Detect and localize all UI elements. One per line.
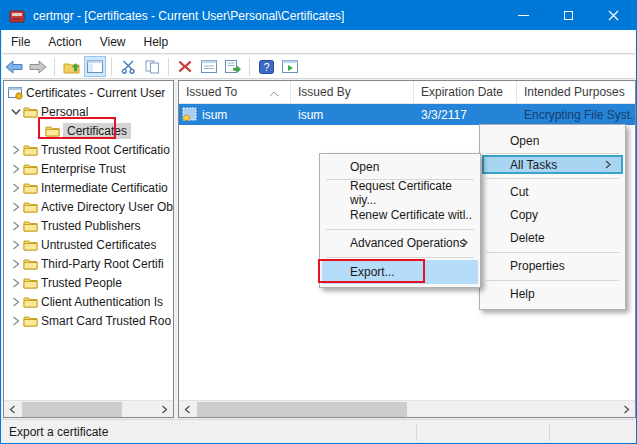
close-button[interactable] (591, 1, 636, 30)
tree-item-label[interactable]: Smart Card Trusted Roo (41, 314, 171, 328)
window-title: certmgr - [Certificates - Current User\P… (33, 9, 344, 23)
scrollbar-thumb[interactable] (22, 402, 122, 417)
copy-icon (145, 60, 160, 74)
tree-item-trusted-root[interactable]: Trusted Root Certificatio (4, 140, 173, 159)
chevron-right-icon[interactable] (9, 297, 23, 307)
certificate-row-isum[interactable]: isum isum 3/3/2117 Encrypting File Syst.… (179, 104, 635, 125)
chevron-right-icon[interactable] (9, 240, 23, 250)
menu-action[interactable]: Action (39, 30, 90, 54)
forward-button[interactable] (27, 56, 49, 77)
folder-icon (23, 106, 41, 118)
minimize-button[interactable] (501, 1, 546, 30)
menu-view[interactable]: View (91, 30, 135, 54)
up-one-level-button[interactable] (60, 56, 82, 77)
back-icon (5, 60, 23, 74)
menu-help[interactable]: Help (135, 30, 178, 54)
show-console-tree-button[interactable] (84, 56, 106, 77)
folder-icon (23, 163, 41, 175)
chevron-right-icon[interactable] (9, 278, 23, 288)
chevron-right-icon[interactable] (9, 316, 23, 326)
submenu-item-open[interactable]: Open (322, 156, 478, 177)
context-menu-item-delete[interactable]: Delete (482, 227, 623, 249)
scrollbar-thumb[interactable] (197, 402, 407, 417)
list-horizontal-scrollbar[interactable] (179, 400, 635, 417)
folder-icon (23, 220, 41, 232)
chevron-right-icon[interactable] (9, 202, 23, 212)
titlebar[interactable]: certmgr - [Certificates - Current User\P… (1, 1, 636, 30)
tree-item-label[interactable]: Trusted People (41, 276, 122, 290)
folder-icon (23, 182, 41, 194)
tree-item-label[interactable]: Intermediate Certificatio (41, 181, 168, 195)
cell-intended-purposes: Encrypting File Syst... (517, 108, 635, 122)
chevron-down-icon[interactable] (9, 108, 23, 116)
tree-item-enterprise-trust[interactable]: Enterprise Trust (4, 159, 173, 178)
certificates-store-icon (8, 86, 26, 100)
submenu-item-request-certificate[interactable]: Request Certificate wiy... (322, 182, 478, 204)
menu-separator (486, 252, 619, 253)
toolbar-separator (168, 58, 169, 76)
minimize-icon (518, 15, 529, 16)
chevron-right-icon[interactable] (9, 164, 23, 174)
tree-item-label[interactable]: Trusted Root Certificatio (41, 143, 170, 157)
cut-button[interactable] (117, 56, 139, 77)
up-one-level-icon (63, 60, 80, 74)
statusbar-divider (416, 424, 417, 441)
export-list-button[interactable] (222, 56, 244, 77)
tree-item-label[interactable]: Enterprise Trust (41, 162, 126, 176)
close-icon (608, 10, 619, 21)
forward-icon (29, 60, 47, 74)
tree-item-intermediate[interactable]: Intermediate Certificatio (4, 178, 173, 197)
tree-item-label[interactable]: Third-Party Root Certifi (41, 257, 164, 271)
show-action-pane-button[interactable] (279, 56, 301, 77)
tree-item-client-authentication[interactable]: Client Authentication Is (4, 292, 173, 311)
submenu-item-advanced-operations[interactable]: Advanced Operations (322, 232, 478, 254)
column-header-issued-to[interactable]: Issued To (179, 81, 291, 104)
scroll-left-icon[interactable] (179, 401, 196, 418)
back-button[interactable] (3, 56, 25, 77)
context-menu-item-cut[interactable]: Cut (482, 181, 623, 203)
cell-issued-to: isum (202, 108, 227, 122)
maximize-button[interactable] (546, 1, 591, 30)
context-menu-item-help[interactable]: Help (482, 283, 623, 305)
status-text: Export a certificate (9, 425, 108, 439)
tree-item-label[interactable]: Active Directory User Ob (41, 200, 173, 214)
copy-button[interactable] (141, 56, 163, 77)
chevron-right-icon[interactable] (9, 259, 23, 269)
delete-button[interactable] (174, 56, 196, 77)
chevron-right-icon[interactable] (9, 183, 23, 193)
tree-item-label[interactable]: Untrusted Certificates (41, 238, 156, 252)
toolbar-separator (249, 58, 250, 76)
chevron-right-icon[interactable] (9, 221, 23, 231)
tree-item-label[interactable]: Trusted Publishers (41, 219, 141, 233)
chevron-right-icon[interactable] (9, 145, 23, 155)
menubar: File Action View Help (2, 30, 635, 54)
tree-item-third-party[interactable]: Third-Party Root Certifi (4, 254, 173, 273)
scroll-right-icon[interactable] (156, 401, 173, 418)
tree-item-untrusted[interactable]: Untrusted Certificates (4, 235, 173, 254)
column-header-expiration-date[interactable]: Expiration Date (414, 81, 517, 104)
scroll-right-icon[interactable] (618, 401, 635, 418)
tree-item-smart-card[interactable]: Smart Card Trusted Roo (4, 311, 173, 330)
menu-file[interactable]: File (2, 30, 39, 54)
context-menu-item-copy[interactable]: Copy (482, 204, 623, 226)
context-menu-item-all-tasks[interactable]: All Tasks (482, 155, 623, 174)
tree-item-trusted-people[interactable]: Trusted People (4, 273, 173, 292)
submenu-item-renew-certificate[interactable]: Renew Certificate witl.. (322, 204, 478, 226)
tree-item-trusted-publishers[interactable]: Trusted Publishers (4, 216, 173, 235)
column-header-issued-by[interactable]: Issued By (291, 81, 414, 104)
folder-icon (23, 144, 41, 156)
column-header-intended-purposes[interactable]: Intended Purposes (517, 81, 635, 104)
tree-item-certificates-current-user[interactable]: Certificates - Current User (4, 83, 173, 102)
maximize-icon (564, 11, 573, 20)
tree-horizontal-scrollbar[interactable] (4, 400, 173, 417)
certificate-icon (182, 107, 198, 122)
tree-item-active-directory[interactable]: Active Directory User Ob (4, 197, 173, 216)
context-menu-item-properties[interactable]: Properties (482, 255, 623, 277)
tree-item-label[interactable]: Certificates - Current User (26, 86, 165, 100)
tree-item-label[interactable]: Client Authentication Is (41, 295, 163, 309)
properties-button[interactable] (198, 56, 220, 77)
scroll-left-icon[interactable] (4, 401, 21, 418)
delete-icon (178, 60, 192, 73)
context-menu-item-open[interactable]: Open (482, 129, 623, 152)
help-button[interactable]: ? (255, 56, 277, 77)
